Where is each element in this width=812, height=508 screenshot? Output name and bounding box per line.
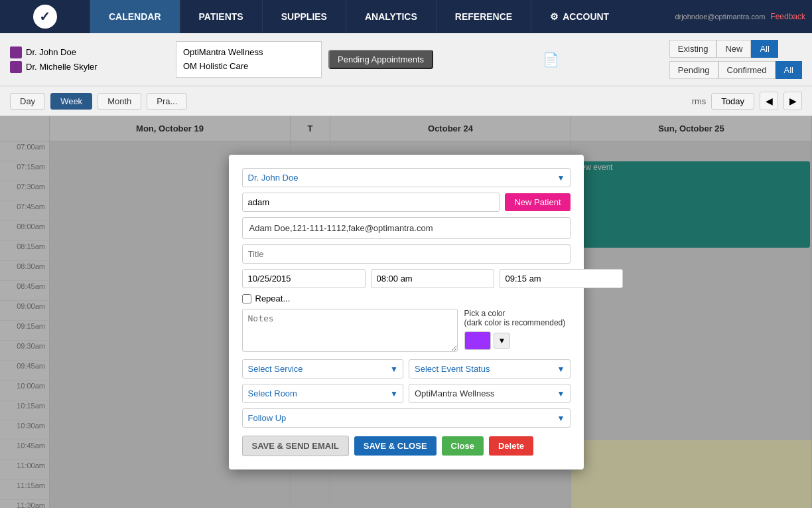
title-input[interactable] (242, 244, 571, 264)
color-picker-row: ▼ (464, 331, 511, 350)
prev-arrow[interactable]: ◀ (760, 92, 778, 110)
service-select-wrapper: Select Service ▼ (242, 359, 404, 379)
pdf-icon[interactable]: 📄 (543, 52, 559, 68)
pending-button[interactable]: Pending (669, 61, 718, 79)
title-row (242, 244, 571, 264)
pref-label: rms (692, 96, 707, 106)
nav-analytics[interactable]: ANALYTICS (346, 0, 436, 33)
calendar-header: Dr. John Doe Dr. Michelle Skyler OptiMan… (0, 33, 812, 86)
repeat-checkbox[interactable] (242, 294, 251, 303)
notes-textarea[interactable] (242, 309, 458, 352)
view-bar: Mon, October 19,T,October 24,Sun, Octobe… (0, 86, 812, 116)
patient-suggestion[interactable]: Adam Doe,121-111-1112,fake@optimantra.co… (242, 217, 571, 239)
close-button[interactable]: Close (442, 436, 484, 456)
event-status-select[interactable]: Select Event Status (409, 359, 571, 379)
existing-button[interactable]: Existing (669, 40, 717, 58)
end-time-input[interactable] (500, 269, 623, 288)
nav-supplies[interactable]: SUPPLIES (262, 0, 346, 33)
next-arrow[interactable]: ▶ (783, 92, 802, 110)
nav-logo[interactable]: ✓ (0, 0, 90, 33)
service-select[interactable]: Select Service (242, 359, 404, 379)
provider-color-michelle (10, 61, 22, 73)
week-btn[interactable]: Week (50, 93, 92, 110)
color-pick-label: Pick a color (464, 309, 506, 318)
patient-search-row: New Patient (242, 193, 571, 212)
modal-overlay: Dr. John Doe ▼ New Patient Adam Doe,121-… (0, 116, 812, 508)
event-status-wrapper: Select Event Status ▼ (409, 359, 571, 379)
provider-row: Dr. John Doe ▼ (242, 168, 571, 187)
clinic-select-wrapper: OptiMantra Wellness ▼ (409, 384, 571, 403)
room-clinic-row: Select Room ▼ OptiMantra Wellness ▼ (242, 384, 571, 403)
new-patient-button[interactable]: New Patient (505, 193, 570, 211)
patient-search-input[interactable] (242, 193, 500, 212)
month-btn[interactable]: Month (98, 93, 141, 110)
color-dropdown-button[interactable]: ▼ (494, 333, 511, 349)
save-send-email-button[interactable]: SAVE & SEND EMAIL (242, 436, 349, 456)
repeat-row: Repeat... (242, 294, 571, 303)
top-nav: ✓ CALENDAR PATIENTS SUPPLIES ANALYTICS R… (0, 0, 812, 33)
action-buttons-row: SAVE & SEND EMAIL SAVE & CLOSE Close Del… (242, 436, 571, 456)
feedback-link[interactable]: Feedback (770, 12, 805, 21)
nav-right: drjohndoe@optimantra.com Feedback (675, 0, 812, 33)
color-swatch[interactable] (464, 331, 491, 350)
service-status-row: Select Service ▼ Select Event Status ▼ (242, 359, 571, 379)
today-button[interactable]: Today (711, 93, 754, 110)
datetime-row (242, 269, 571, 288)
main-content: Dr. John Doe Dr. Michelle Skyler OptiMan… (0, 33, 812, 508)
provider-color-john (10, 46, 22, 58)
repeat-label: Repeat... (255, 294, 291, 303)
clinic-block: OptiMantra Wellness OM Holistic Care (176, 41, 322, 78)
provider-block: Dr. John Doe Dr. Michelle Skyler (10, 46, 169, 73)
color-col: Pick a color (dark color is recommended)… (464, 309, 571, 354)
room-select[interactable]: Select Room (242, 384, 404, 403)
new-button[interactable]: New (716, 40, 751, 58)
date-input[interactable] (242, 269, 366, 288)
followup-row: Follow Up ▼ (242, 408, 571, 428)
save-close-button[interactable]: SAVE & CLOSE (354, 436, 437, 456)
gear-icon: ⚙ (550, 11, 559, 22)
nav-account[interactable]: ⚙ ACCOUNT (531, 0, 628, 33)
day-btn[interactable]: Day (10, 93, 45, 110)
status-filter: Pending Confirmed All (669, 61, 802, 79)
pending-appointments-button[interactable]: Pending Appointments (328, 50, 433, 69)
provider-select-wrapper: Dr. John Doe ▼ (242, 168, 571, 187)
room-select-wrapper: Select Room ▼ (242, 384, 404, 403)
nav-calendar[interactable]: CALENDAR (90, 0, 180, 33)
provider-select[interactable]: Dr. John Doe (242, 168, 571, 187)
appointment-modal: Dr. John Doe ▼ New Patient Adam Doe,121-… (229, 155, 584, 469)
all-button-bottom[interactable]: All (776, 61, 802, 79)
provider-john: Dr. John Doe (10, 46, 169, 58)
provider-michelle: Dr. Michelle Skyler (10, 61, 169, 73)
pra-btn[interactable]: Pra... (147, 93, 187, 110)
confirmed-button[interactable]: Confirmed (718, 61, 776, 79)
existing-new-filter: Existing New All (669, 40, 802, 58)
calendar-grid: 07:00am 07:15am 07:30am 07:45am 08:00am … (0, 116, 812, 508)
delete-button[interactable]: Delete (489, 436, 533, 456)
start-time-input[interactable] (371, 269, 494, 288)
all-button-top[interactable]: All (751, 40, 778, 58)
nav-patients[interactable]: PATIENTS (180, 0, 262, 33)
notes-col (242, 309, 458, 354)
nav-reference[interactable]: REFERENCE (436, 0, 531, 33)
followup-select[interactable]: Follow Up (242, 408, 571, 428)
clinic-select[interactable]: OptiMantra Wellness (409, 384, 571, 403)
followup-select-wrapper: Follow Up ▼ (242, 408, 571, 428)
color-sublabel: (dark color is recommended) (464, 318, 566, 327)
logo-circle: ✓ (33, 5, 57, 29)
notes-color-row: Pick a color (dark color is recommended)… (242, 309, 571, 354)
